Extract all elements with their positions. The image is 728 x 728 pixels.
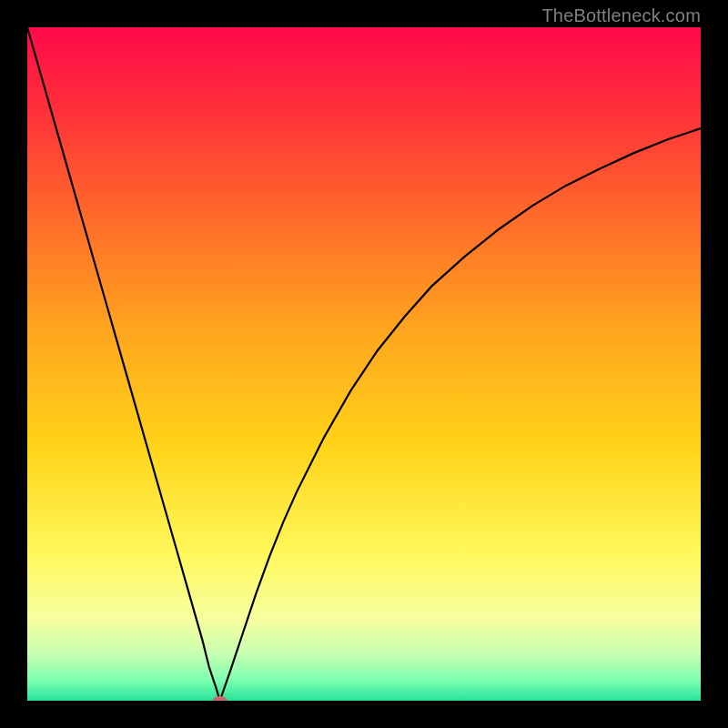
gradient-background [27, 27, 701, 701]
chart-frame: TheBottleneck.com [0, 0, 728, 728]
plot-area [27, 27, 701, 701]
watermark-text: TheBottleneck.com [541, 5, 701, 26]
chart-svg [27, 27, 701, 701]
